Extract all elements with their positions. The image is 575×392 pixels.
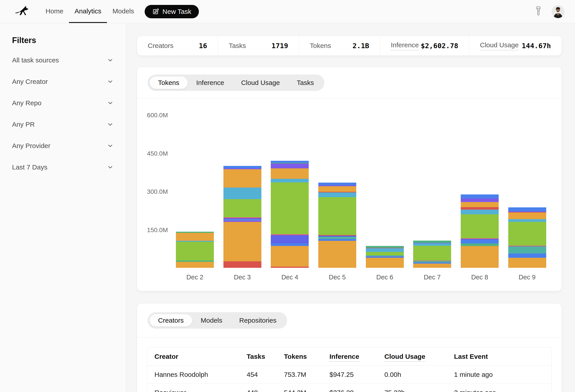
bar-dec-8[interactable] <box>461 195 499 268</box>
x-axis-label: Dec 9 <box>508 274 546 281</box>
filter-dropdown-any-creator[interactable]: Any Creator <box>12 71 114 92</box>
bar-segment-blue <box>508 254 546 258</box>
chevron-down-icon <box>107 121 114 128</box>
bar-segment-sky <box>223 188 261 199</box>
column-header-label: Tokens <box>284 353 307 360</box>
chart-tab-inference[interactable]: Inference <box>188 76 233 89</box>
table-row[interactable]: Rooviewer440544.3M$376.2875.23h3 minutes… <box>147 384 551 392</box>
edit-icon <box>152 8 159 15</box>
column-header-creator: Creator <box>154 353 247 360</box>
table-cell: 454 <box>247 371 284 378</box>
stat-value: $2,602.78 <box>421 42 458 50</box>
x-axis-label: Dec 3 <box>223 274 261 281</box>
table-cell: $947.25 <box>330 371 384 378</box>
stat-value: 16 <box>199 42 207 50</box>
nav-item-models[interactable]: Models <box>107 0 140 23</box>
new-task-button[interactable]: New Task <box>145 5 199 18</box>
y-axis-tick: 300.0M <box>137 188 168 195</box>
table-row[interactable]: Hannes Roodolph454753.7M$947.250.00h1 mi… <box>147 366 551 384</box>
filter-label: Any Provider <box>12 142 50 150</box>
bar-segment-blue <box>318 239 356 241</box>
filter-dropdown-any-provider[interactable]: Any Provider <box>12 135 114 156</box>
bar-segment-orange <box>176 262 214 268</box>
column-header-label: Last Event <box>454 353 488 360</box>
stat-value: 144.67h <box>522 42 551 50</box>
bar-dec-3[interactable] <box>223 166 261 268</box>
bar-segment-green <box>271 182 309 234</box>
bar-segment-sky <box>366 248 404 252</box>
bar-segment-blue <box>271 161 309 163</box>
filter-dropdown-all-task-sources[interactable]: All task sources <box>12 49 114 71</box>
main-nav: HomeAnalyticsModels <box>40 0 140 23</box>
bar-segment-green <box>176 242 214 261</box>
brand-logo[interactable] <box>15 0 32 23</box>
bar-dec-2[interactable] <box>176 232 214 268</box>
column-header-last-event: Last Event <box>454 353 544 360</box>
stat-cell-inference: Inference $2,602.78 <box>380 36 469 56</box>
bar-dec-4[interactable] <box>271 161 309 268</box>
bar-segment-orange <box>176 233 214 240</box>
avatar-photo <box>551 5 565 18</box>
y-axis-tick: 150.0M <box>137 227 168 234</box>
bar-segment-blue <box>223 166 261 168</box>
bar-segment-indigo <box>271 235 309 243</box>
table-tab-creators[interactable]: Creators <box>149 314 192 327</box>
user-avatar[interactable] <box>551 5 565 18</box>
filter-dropdown-any-repo[interactable]: Any Repo <box>12 92 114 114</box>
stat-value: 2.1B <box>353 42 369 50</box>
table-cell: $376.28 <box>330 389 384 392</box>
bar-segment-orange <box>271 246 309 267</box>
nav-item-home[interactable]: Home <box>40 0 69 23</box>
table-tab-repositories[interactable]: Repositories <box>231 314 285 327</box>
flashlight-button[interactable] <box>535 6 542 17</box>
filter-dropdown-any-pr[interactable]: Any PR <box>12 114 114 135</box>
table-tab-group: CreatorsModelsRepositories <box>147 312 287 329</box>
topbar-spacer <box>199 0 535 23</box>
chevron-down-icon <box>107 57 114 64</box>
chart-tab-cloud-usage[interactable]: Cloud Usage <box>233 76 288 89</box>
stat-label: Tokens <box>310 42 331 49</box>
column-header-cloud-usage[interactable]: Cloud Usage <box>384 353 454 360</box>
bar-segment-orange <box>508 213 546 219</box>
filter-label: All task sources <box>12 56 59 64</box>
chart-tab-tasks[interactable]: Tasks <box>288 76 323 89</box>
stat-label: Tasks <box>229 42 246 49</box>
x-axis-label: Dec 6 <box>366 274 404 281</box>
filter-list: All task sources Any Creator Any Repo An… <box>12 49 114 178</box>
bar-dec-6[interactable] <box>366 246 404 268</box>
table-body: Hannes Roodolph454753.7M$947.250.00h1 mi… <box>147 366 551 392</box>
bar-segment-teal <box>508 246 546 254</box>
column-header-inference[interactable]: Inference <box>330 353 384 360</box>
chart-tab-tokens[interactable]: Tokens <box>149 76 188 89</box>
bar-segment-sky <box>413 243 451 245</box>
column-header-label: Cloud Usage <box>384 353 425 362</box>
filter-dropdown-last-7-days[interactable]: Last 7 Days <box>12 156 114 178</box>
topbar: HomeAnalyticsModels New Task <box>0 0 575 23</box>
table-tab-models[interactable]: Models <box>192 314 231 327</box>
bar-segment-blue <box>508 207 546 211</box>
new-task-label: New Task <box>163 8 192 15</box>
bar-dec-5[interactable] <box>318 183 356 268</box>
creators-table: CreatorTasksTokensInferenceCloud UsageLa… <box>147 347 552 392</box>
bar-dec-9[interactable] <box>508 207 546 268</box>
bar-segment-orange <box>223 169 261 188</box>
chart-tab-group: TokensInferenceCloud UsageTasks <box>147 74 324 91</box>
x-axis-label: Dec 8 <box>461 274 499 281</box>
bar-segment-red <box>223 261 261 268</box>
table-cell: 3 minutes ago <box>454 389 544 392</box>
bar-dec-7[interactable] <box>413 240 451 268</box>
bar-segment-sky <box>318 193 356 197</box>
bar-segment-orange <box>461 202 499 207</box>
stat-label: Creators <box>148 42 173 49</box>
nav-item-analytics[interactable]: Analytics <box>69 0 107 23</box>
stat-cell-cloud-usage: Cloud Usage 144.67h <box>469 36 562 56</box>
table-cell: 753.7M <box>284 371 330 378</box>
chevron-down-icon <box>107 142 114 149</box>
bar-segment-blue <box>461 195 499 198</box>
column-header-label: Inference <box>330 353 359 362</box>
bar-segment-orange <box>413 263 451 268</box>
column-header-label: Tasks <box>247 353 265 360</box>
stat-cell-creators: Creators 16 <box>137 36 218 56</box>
stat-cell-tokens: Tokens 2.1B <box>299 36 380 56</box>
bar-segment-blue <box>461 240 499 243</box>
